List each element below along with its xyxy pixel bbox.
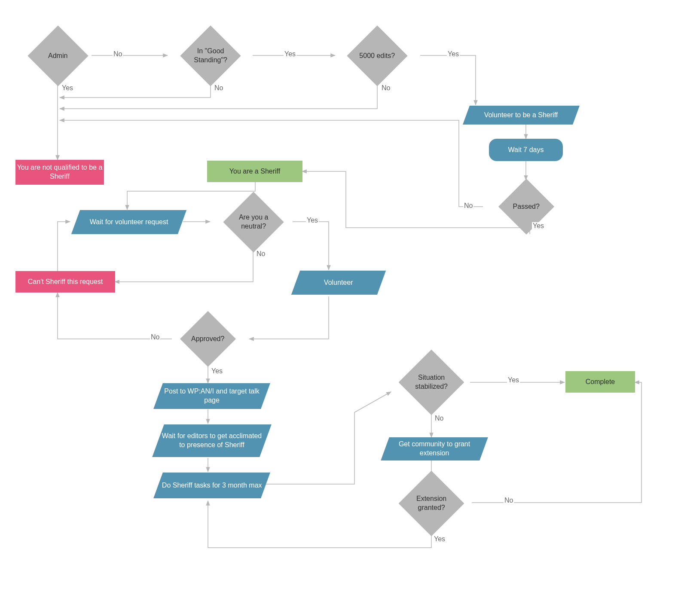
decision-neutral-label: Are you a neutral?: [232, 213, 275, 231]
decision-5000-edits: 5000 edits?: [347, 25, 407, 86]
edge-label-admin-no: No: [113, 50, 123, 58]
process-volunteer-sheriff-label: Volunteer to be a Sheriff: [484, 111, 558, 120]
process-wait-volunteer-request-label: Wait for volunteer request: [90, 218, 168, 227]
edge-label-5000edits-no: No: [381, 84, 391, 92]
decision-extension-granted: Extension granted?: [399, 471, 464, 537]
terminal-not-qualified: You are not qualified to be a Sheriff: [15, 160, 104, 185]
process-volunteer-label: Volunteer: [324, 278, 353, 287]
edge-label-admin-yes: Yes: [61, 84, 74, 92]
edge-label-passed-no: No: [463, 202, 473, 210]
process-post-wpani: Post to WP:AN/I and target talk page: [153, 383, 270, 409]
process-wait-acclimated: Wait for editors to get acclimated to pr…: [152, 424, 272, 457]
decision-admin-label: Admin: [37, 52, 79, 61]
process-do-sheriff-tasks: Do Sheriff tasks for 3 month max: [153, 473, 270, 498]
process-volunteer-sheriff: Volunteer to be a Sheriff: [463, 106, 580, 125]
decision-approved: Approved?: [180, 311, 236, 367]
decision-passed: Passed?: [498, 179, 554, 235]
decision-situation-stabilized-label: Situation stabilized?: [408, 373, 455, 391]
process-wait-7-days-label: Wait 7 days: [508, 146, 544, 155]
process-get-extension: Get community to grant extension: [381, 437, 488, 460]
edge-label-goodstanding-yes: Yes: [284, 50, 296, 58]
terminal-you-are-sheriff-label: You are a Sheriff: [229, 167, 280, 176]
process-do-sheriff-tasks-label: Do Sheriff tasks for 3 month max: [162, 481, 262, 490]
edge-label-approved-yes: Yes: [211, 367, 223, 375]
decision-good-standing: In "Good Standing"?: [180, 25, 241, 86]
terminal-complete: Complete: [565, 371, 635, 393]
process-get-extension-label: Get community to grant extension: [385, 440, 484, 458]
terminal-complete-label: Complete: [586, 378, 615, 387]
decision-passed-label: Passed?: [507, 202, 546, 211]
decision-neutral: Are you a neutral?: [223, 192, 284, 252]
decision-approved-label: Approved?: [188, 335, 228, 344]
decision-5000-edits-label: 5000 edits?: [356, 52, 399, 61]
edge-label-neutral-yes: Yes: [306, 217, 319, 224]
edge-label-approved-no: No: [150, 333, 160, 341]
edge-label-extension-yes: Yes: [433, 535, 446, 543]
edge-label-extension-no: No: [504, 497, 514, 504]
process-wait-acclimated-label: Wait for editors to get acclimated to pr…: [158, 432, 266, 450]
terminal-cant-sheriff: Can't Sheriff this request: [15, 271, 115, 293]
edge-label-stabilized-yes: Yes: [507, 376, 520, 384]
process-volunteer: Volunteer: [291, 271, 386, 295]
decision-situation-stabilized: Situation stabilized?: [399, 350, 464, 415]
terminal-cant-sheriff-label: Can't Sheriff this request: [28, 278, 103, 287]
decision-admin: Admin: [27, 25, 88, 86]
process-wait-volunteer-request: Wait for volunteer request: [71, 210, 186, 234]
edge-label-5000edits-yes: Yes: [447, 50, 460, 58]
edge-label-stabilized-no: No: [434, 415, 444, 422]
decision-extension-granted-label: Extension granted?: [408, 494, 455, 512]
edge-label-goodstanding-no: No: [214, 84, 224, 92]
decision-good-standing-label: In "Good Standing"?: [189, 47, 232, 65]
terminal-you-are-sheriff: You are a Sheriff: [207, 161, 302, 182]
terminal-not-qualified-label: You are not qualified to be a Sheriff: [15, 163, 104, 181]
edge-label-neutral-no: No: [256, 250, 266, 258]
edge-label-passed-yes: Yes: [532, 222, 545, 230]
process-post-wpani-label: Post to WP:AN/I and target talk page: [158, 387, 266, 405]
process-wait-7-days: Wait 7 days: [489, 139, 563, 161]
